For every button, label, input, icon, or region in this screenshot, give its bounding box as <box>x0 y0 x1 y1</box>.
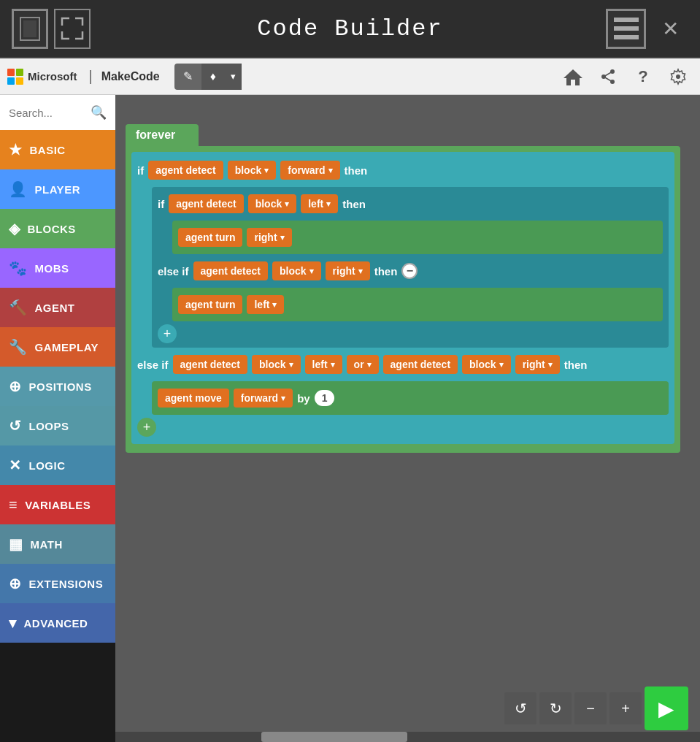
positions-icon: ⊕ <box>9 378 22 395</box>
player-label: PLAYER <box>35 183 80 196</box>
agent-turn-2[interactable]: agent turn <box>178 295 242 314</box>
extensions-icon: ⊕ <box>9 575 22 592</box>
agent-detect-3[interactable]: agent detect <box>193 261 268 280</box>
sidebar-item-advanced[interactable]: ▾ ADVANCED <box>0 603 115 643</box>
kw-if-2: if <box>158 198 164 210</box>
gameplay-icon: 🔧 <box>9 338 28 356</box>
tab-edit[interactable]: ✎ <box>174 64 201 90</box>
sidebar-item-basic[interactable]: ★ BASIC <box>0 130 115 169</box>
kw-else-if-2: else if <box>137 359 169 371</box>
play-button[interactable]: ▶ <box>645 686 688 730</box>
tab-add[interactable]: ♦ <box>201 64 225 90</box>
or-btn[interactable]: or ▾ <box>347 355 379 374</box>
sidebar-item-variables[interactable]: ≡ VARIABLES <box>0 485 115 524</box>
left-btn-1[interactable]: left ▾ <box>301 194 338 213</box>
share-button[interactable] <box>593 62 623 91</box>
basic-icon: ★ <box>9 141 23 158</box>
mobs-label: MOBS <box>35 262 69 275</box>
minus-button[interactable]: − <box>401 263 418 279</box>
forever-container: forever if agent detect block ▾ <box>126 124 680 453</box>
tab-dropdown[interactable]: ▾ <box>225 64 242 90</box>
forward-btn-2[interactable]: forward ▾ <box>234 389 293 408</box>
row-6: else if agent detect block ▾ left ▾ <box>137 351 669 378</box>
plus-circle-2[interactable]: + <box>137 418 156 437</box>
svg-rect-2 <box>614 18 639 22</box>
close-button[interactable]: ✕ <box>652 10 688 47</box>
gameplay-label: GAMEPLAY <box>35 341 99 353</box>
inner-if-block: if agent detect block ▾ left <box>152 187 669 348</box>
logic-icon: ✕ <box>9 456 22 474</box>
scrollbar-thumb[interactable] <box>261 732 407 742</box>
settings-button[interactable] <box>664 62 693 91</box>
agent-icon: 🔨 <box>9 299 28 316</box>
sidebar-item-player[interactable]: 👤 PLAYER <box>0 169 115 209</box>
redo-button[interactable]: ↻ <box>539 692 572 724</box>
logic-label: LOGIC <box>29 459 66 472</box>
block-btn-4[interactable]: block ▾ <box>252 355 301 374</box>
agent-turn-left-block: agent turn left ▾ <box>172 288 663 321</box>
blocks-label: BLOCKS <box>28 223 76 235</box>
right-btn-1[interactable]: right ▾ <box>247 228 291 247</box>
menu-icons: ? <box>558 62 693 91</box>
sidebar-item-loops[interactable]: ↺ LOOPS <box>0 406 115 445</box>
sidebar-item-logic[interactable]: ✕ LOGIC <box>0 445 115 485</box>
sidebar-item-positions[interactable]: ⊕ POSITIONS <box>0 367 115 406</box>
zoom-out-button[interactable]: − <box>574 692 607 724</box>
tab-group: ✎ ♦ ▾ <box>174 64 242 90</box>
left-btn-3[interactable]: left ▾ <box>305 355 342 374</box>
block-btn-3[interactable]: block ▾ <box>272 261 321 280</box>
expand-icon[interactable] <box>54 9 91 49</box>
dropdown-arrow-11: ▾ <box>367 360 372 370</box>
forward-btn[interactable]: forward ▾ <box>280 161 339 180</box>
block-btn-1[interactable]: block ▾ <box>228 161 277 180</box>
window-icon <box>12 9 48 49</box>
sidebar-item-math[interactable]: ▦ MATH <box>0 524 115 564</box>
right-btn-3[interactable]: right ▾ <box>515 355 560 374</box>
math-label: MATH <box>31 538 63 551</box>
dropdown-arrow-12: ▾ <box>499 360 504 370</box>
dropdown-arrow-3: ▾ <box>285 199 289 209</box>
kw-if-1: if <box>137 164 144 177</box>
dropdown-arrow-5: ▾ <box>280 233 285 242</box>
positions-label: POSITIONS <box>29 380 92 393</box>
sidebar-item-extensions[interactable]: ⊕ EXTENSIONS <box>0 564 115 603</box>
svg-marker-5 <box>564 69 582 85</box>
bottom-scrollbar[interactable] <box>115 732 700 742</box>
list-icon-button[interactable] <box>606 9 646 49</box>
left-btn-2[interactable]: left ▾ <box>247 295 284 314</box>
variables-label: VARIABLES <box>25 499 91 511</box>
sidebar-item-agent[interactable]: 🔨 AGENT <box>0 288 115 327</box>
undo-button[interactable]: ↺ <box>504 692 536 724</box>
agent-turn-1[interactable]: agent turn <box>178 228 242 247</box>
search-input[interactable] <box>9 107 85 119</box>
home-button[interactable] <box>558 62 588 91</box>
right-btn-2[interactable]: right ▾ <box>326 261 370 280</box>
canvas-area: forever if agent detect block ▾ <box>115 95 700 742</box>
agent-turn-right-block: agent turn right ▾ <box>172 221 663 254</box>
dropdown-arrow-4: ▾ <box>326 199 331 209</box>
sidebar-item-gameplay[interactable]: 🔧 GAMEPLAY <box>0 327 115 367</box>
agent-label: AGENT <box>35 302 75 314</box>
agent-detect-1[interactable]: agent detect <box>148 161 223 180</box>
row-7: agent move forward ▾ by 1 <box>158 384 663 412</box>
zoom-in-button[interactable]: + <box>609 692 642 724</box>
agent-detect-4[interactable]: agent detect <box>173 355 247 374</box>
dropdown-arrow-9: ▾ <box>289 360 293 370</box>
value-1[interactable]: 1 <box>315 390 335 406</box>
agent-detect-2[interactable]: agent detect <box>169 194 243 213</box>
sidebar-item-blocks[interactable]: ◈ BLOCKS <box>0 209 115 248</box>
help-button[interactable]: ? <box>628 62 658 91</box>
sidebar-item-mobs[interactable]: 🐾 MOBS <box>0 248 115 288</box>
agent-detect-5[interactable]: agent detect <box>383 355 458 374</box>
dropdown-arrow-13: ▾ <box>548 360 553 370</box>
kw-else-if-1: else if <box>158 265 189 278</box>
row-4: else if agent detect block ▾ right <box>158 257 663 285</box>
svg-line-9 <box>604 72 612 77</box>
search-icon[interactable]: 🔍 <box>91 104 107 121</box>
block-btn-5[interactable]: block ▾ <box>462 355 511 374</box>
plus-circle-1[interactable]: + <box>158 324 177 343</box>
extensions-label: EXTENSIONS <box>29 578 104 590</box>
block-btn-2[interactable]: block ▾ <box>248 194 297 213</box>
dropdown-arrow-6: ▾ <box>309 267 314 276</box>
agent-move[interactable]: agent move <box>158 389 229 408</box>
